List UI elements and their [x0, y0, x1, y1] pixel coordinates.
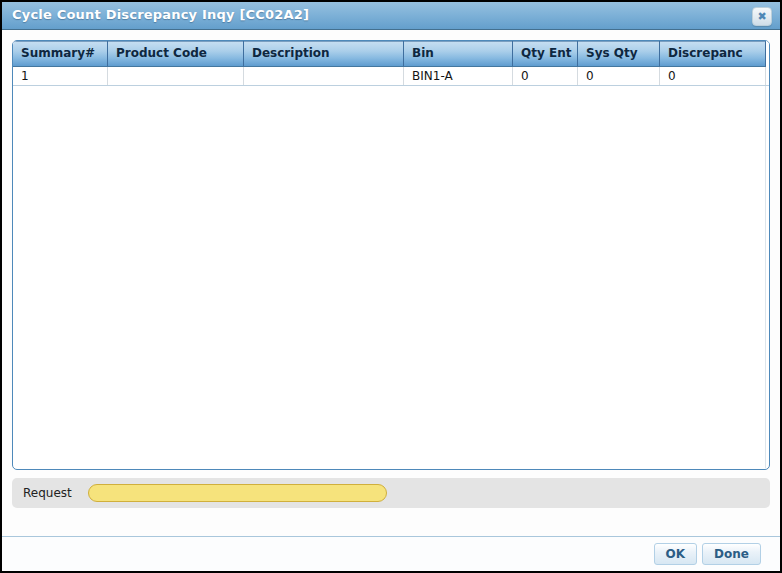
- column-header-label: Qty Ent: [513, 41, 577, 66]
- column-header-label: Discrepanc: [660, 41, 765, 66]
- cell-sys-qty: 0: [578, 67, 660, 85]
- request-bar: Request: [12, 478, 770, 508]
- grid-header-row: Summary# Product Code Description Bin Qt…: [13, 41, 769, 67]
- cell-discrepancy: 0: [660, 67, 766, 85]
- ok-button[interactable]: OK: [654, 543, 698, 565]
- cell-description: [244, 67, 404, 85]
- cell-product-code: [108, 67, 244, 85]
- titlebar[interactable]: Cycle Count Discrepancy Inqy [CC02A2] ✖: [2, 2, 780, 30]
- request-label: Request: [23, 486, 72, 500]
- column-header-bin[interactable]: Bin: [404, 41, 513, 67]
- discrepancy-grid: Summary# Product Code Description Bin Qt…: [12, 40, 770, 470]
- request-input[interactable]: [88, 484, 387, 502]
- footer-toolbar: OK Done: [2, 536, 780, 571]
- column-header-discrepancy[interactable]: Discrepanc: [660, 41, 766, 67]
- scrollbar-gutter-line: [765, 86, 766, 468]
- column-header-product-code[interactable]: Product Code: [108, 41, 244, 67]
- column-header-label: Summary#: [13, 41, 107, 66]
- column-header-label: Sys Qty: [578, 41, 659, 66]
- column-header-qty-ent[interactable]: Qty Ent: [513, 41, 578, 67]
- column-header-label: Bin: [404, 41, 512, 66]
- close-button[interactable]: ✖: [752, 7, 772, 26]
- column-header-label: Description: [244, 41, 403, 66]
- column-header-sys-qty[interactable]: Sys Qty: [578, 41, 660, 67]
- window-title: Cycle Count Discrepancy Inqy [CC02A2]: [12, 7, 309, 22]
- cell-bin: BIN1-A: [404, 67, 513, 85]
- column-header-description[interactable]: Description: [244, 41, 404, 67]
- cell-qty-ent: 0: [513, 67, 578, 85]
- cell-summary: 1: [13, 67, 108, 85]
- dialog-window: Cycle Count Discrepancy Inqy [CC02A2] ✖ …: [0, 0, 782, 573]
- column-header-label: Product Code: [108, 41, 243, 66]
- column-header-summary[interactable]: Summary#: [13, 41, 108, 67]
- close-icon: ✖: [757, 11, 766, 22]
- done-button[interactable]: Done: [702, 543, 761, 565]
- table-row[interactable]: 1 BIN1-A 0 0 0: [13, 67, 769, 86]
